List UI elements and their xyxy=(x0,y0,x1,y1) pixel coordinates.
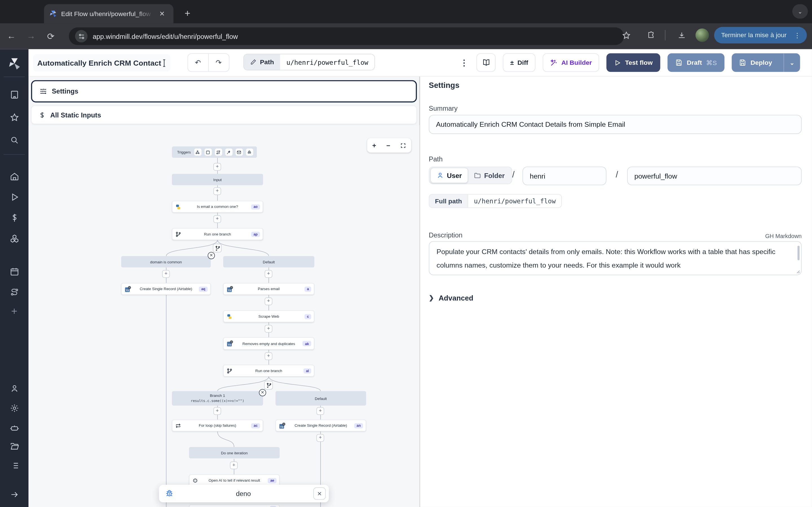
poll-trigger-icon[interactable] xyxy=(246,149,253,156)
tab-close-icon[interactable]: ✕ xyxy=(157,9,167,18)
add-step-button[interactable]: + xyxy=(213,163,221,171)
triggers-node[interactable]: Triggers xyxy=(172,147,257,158)
branch-header-default-2[interactable]: Default xyxy=(275,391,366,406)
reload-icon[interactable]: ⟳ xyxy=(43,28,59,45)
remove-branch-button[interactable]: ✕ xyxy=(259,389,266,396)
remove-branch-button[interactable]: ✕ xyxy=(208,252,215,259)
flow-node-parses-email[interactable]: TS Parses email a xyxy=(223,283,314,295)
zoom-in-icon[interactable]: + xyxy=(372,142,376,149)
advanced-section-toggle[interactable]: ❯ Advanced xyxy=(429,294,473,302)
chrome-menu-icon[interactable]: ⋮ xyxy=(791,31,804,39)
sidebar-item-workers[interactable] xyxy=(0,418,29,437)
test-flow-button[interactable]: Test flow xyxy=(606,53,660,72)
branch-header-branch-1[interactable]: Branch 1 results.c.some((x)=>x!="") xyxy=(172,391,263,406)
flow-input-node[interactable]: Input xyxy=(172,174,263,185)
deploy-dropdown-chevron-icon[interactable]: ⌄ xyxy=(783,53,800,72)
sidebar-item-users[interactable] xyxy=(0,379,29,398)
add-step-button[interactable]: + xyxy=(265,325,273,333)
redo-button[interactable]: ↷ xyxy=(208,54,229,71)
add-step-button[interactable]: + xyxy=(316,434,324,442)
extensions-icon[interactable] xyxy=(643,27,659,44)
route-trigger-icon[interactable] xyxy=(214,149,222,156)
windmill-logo[interactable] xyxy=(0,54,29,73)
settings-card[interactable]: Settings xyxy=(31,80,417,103)
add-step-button[interactable]: + xyxy=(213,187,221,195)
add-step-button[interactable]: + xyxy=(265,270,273,278)
fullscreen-icon[interactable] xyxy=(400,143,406,148)
add-branch-button[interactable] xyxy=(264,381,273,390)
more-options-icon[interactable]: ⋮ xyxy=(459,58,469,68)
flow-node-for-loop[interactable]: For loop (skip failures) ac xyxy=(172,420,263,432)
undo-button[interactable]: ↶ xyxy=(188,54,209,71)
avatar[interactable] xyxy=(695,29,709,42)
add-step-button[interactable]: + xyxy=(230,461,238,469)
flow-node-run-one-branch-2[interactable]: Run one branch al xyxy=(223,365,314,377)
flow-node-scrape-web[interactable]: Scrape Web c xyxy=(223,311,314,322)
deno-toast[interactable]: deno ✕ xyxy=(159,485,329,502)
browser-tab[interactable]: Edit Flow u/henri/powerful_flow ✕ xyxy=(44,4,173,23)
sidebar-item-folders[interactable] xyxy=(0,437,29,456)
branch-header-default-1[interactable]: Default xyxy=(223,256,314,267)
schedule-trigger-icon[interactable] xyxy=(204,149,212,156)
description-textarea[interactable]: Populate your CRM contacts' details from… xyxy=(429,241,802,275)
sidebar-item-runs[interactable] xyxy=(0,188,29,207)
textarea-scrollbar[interactable] xyxy=(798,245,800,260)
back-icon[interactable]: ← xyxy=(3,28,20,45)
add-step-button[interactable]: + xyxy=(265,297,273,305)
all-static-inputs-card[interactable]: All Static Inputs xyxy=(31,106,417,124)
add-step-button[interactable]: + xyxy=(213,215,221,223)
flow-node-create-record-2[interactable]: TS Create Single Record (Airtable) an xyxy=(275,420,366,432)
forward-icon[interactable]: → xyxy=(23,28,40,45)
site-settings-icon[interactable] xyxy=(75,30,87,43)
flow-node-create-record-1[interactable]: TS Create Single Record (Airtable) aq xyxy=(121,283,211,295)
ai-builder-button[interactable]: AI Builder xyxy=(543,53,599,72)
deploy-button[interactable]: Deploy ⌄ xyxy=(732,53,800,72)
flow-node-partial[interactable] xyxy=(189,504,280,507)
diff-button[interactable]: ± Diff xyxy=(503,53,536,72)
flow-canvas[interactable]: + − Triggers Input xyxy=(29,125,419,507)
flow-node-is-email[interactable]: Is email a common one? ao xyxy=(172,201,263,213)
branch-header-domain-is-common[interactable]: domain is common xyxy=(121,256,211,267)
sidebar-item-search[interactable] xyxy=(0,131,29,150)
sidebar-item-schedules[interactable] xyxy=(0,262,29,281)
owner-user-option[interactable]: User xyxy=(430,168,468,183)
add-step-button[interactable]: + xyxy=(162,270,170,278)
downloads-icon[interactable] xyxy=(673,27,690,44)
sidebar-item-variables[interactable] xyxy=(0,209,29,227)
webhook-trigger-icon[interactable] xyxy=(194,149,201,156)
sidebar-item-audit-logs[interactable] xyxy=(0,456,29,475)
docs-button[interactable] xyxy=(476,53,496,72)
toast-close-button[interactable]: ✕ xyxy=(313,487,326,500)
sidebar-item-workspace[interactable] xyxy=(0,86,29,104)
draft-button[interactable]: Draft ⌘S xyxy=(668,53,725,72)
flow-node-removes-duplicates[interactable]: TS Removes empty and duplicates ak xyxy=(223,337,314,350)
flow-title-input[interactable]: Automatically Enrich CRM Contact xyxy=(33,54,170,71)
sidebar-item-add[interactable] xyxy=(0,302,29,320)
resize-grip-icon[interactable] xyxy=(796,270,800,274)
zoom-out-icon[interactable]: − xyxy=(386,142,390,149)
sidebar-item-resources[interactable] xyxy=(0,229,29,248)
add-step-button[interactable]: + xyxy=(213,407,221,415)
sidebar-expand-icon[interactable] xyxy=(0,485,29,504)
kafka-trigger-icon[interactable] xyxy=(225,149,232,156)
email-trigger-icon[interactable] xyxy=(236,149,243,156)
add-step-button[interactable]: + xyxy=(316,407,324,415)
path-name-input[interactable]: powerful_flow xyxy=(627,166,802,185)
summary-input[interactable]: Automatically Enrich CRM Contact Details… xyxy=(429,115,802,134)
bookmark-star-icon[interactable] xyxy=(618,27,635,44)
sidebar-item-favorites[interactable] xyxy=(0,108,29,127)
path-user-input[interactable]: henri xyxy=(522,166,606,185)
flow-node-run-one-branch-1[interactable]: Run one branch ap xyxy=(172,228,263,240)
path-chip[interactable]: Path u/henri/powerful_flow xyxy=(243,54,375,70)
owner-folder-option[interactable]: Folder xyxy=(468,168,510,183)
new-tab-button[interactable]: + xyxy=(180,6,195,20)
add-branch-button[interactable] xyxy=(213,244,221,252)
address-bar[interactable]: app.windmill.dev/flows/edit/u/henri/powe… xyxy=(69,27,624,45)
tab-search-icon[interactable]: ⌄ xyxy=(792,4,808,18)
chrome-update-button[interactable]: Terminer la mise à jour ⋮ xyxy=(714,27,807,44)
sidebar-item-settings[interactable] xyxy=(0,399,29,417)
sidebar-item-routes[interactable] xyxy=(0,283,29,302)
add-step-button[interactable]: + xyxy=(265,352,273,360)
do-one-iteration-node[interactable]: Do one iteration xyxy=(189,447,280,458)
sidebar-item-home[interactable] xyxy=(0,167,29,186)
